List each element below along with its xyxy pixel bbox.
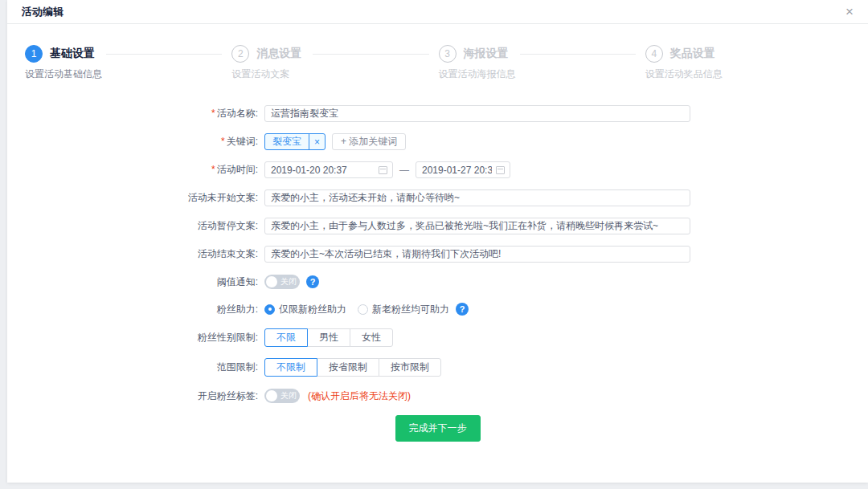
required-mark: * [211,108,215,119]
step-2-subtitle: 设置活动文案 [231,67,438,81]
gender-limit-row: 粉丝性别限制: 不限 男性 女性 [7,328,868,347]
step-basic-settings[interactable]: 1 基础设置 设置活动基础信息 [25,45,231,81]
ended-copy-label: 活动结束文案: [7,247,258,261]
keyword-row: *关键词: 裂变宝 × + 添加关键词 [7,133,868,150]
step-1-badge: 1 [25,45,43,63]
toggle-state-label: 关闭 [280,276,297,287]
paused-copy-label: 活动暂停文案: [7,219,258,233]
step-prize-settings[interactable]: 4 奖品设置 设置活动奖品信息 [645,45,852,81]
required-mark: * [221,136,225,147]
threshold-notify-toggle[interactable]: 关闭 [264,275,300,289]
submit-row: 完成并下一步 [7,415,868,442]
not-started-copy-input[interactable] [264,189,690,206]
fan-assist-row: 粉丝助力: 仅限新粉丝助力 新老粉丝均可助力 ? [7,301,868,317]
paused-copy-row: 活动暂停文案: [7,218,868,234]
steps-wizard: 1 基础设置 设置活动基础信息 2 消息设置 设置活动文案 3 海报设置 设置活… [7,24,868,81]
tag-close-icon[interactable]: × [309,134,325,149]
keyword-tag: 裂变宝 × [264,133,326,150]
date-range-separator: — [399,165,409,176]
paused-copy-input[interactable] [264,218,690,234]
fan-tag-warning-note: (确认开启后将无法关闭) [308,389,411,403]
help-icon[interactable]: ? [306,275,319,288]
finish-next-step-button[interactable]: 完成并下一步 [395,415,481,442]
ended-copy-row: 活动结束文案: [7,246,868,263]
fan-tag-toggle[interactable]: 关闭 [264,389,300,403]
range-limit-label: 范围限制: [7,361,258,374]
radio-all-fans[interactable]: 新老粉丝均可助力 [358,303,449,316]
threshold-notify-label: 阈值通知: [7,275,258,289]
step-connector [520,54,636,55]
gender-limit-group: 不限 男性 女性 [264,328,393,347]
step-1-subtitle: 设置活动基础信息 [25,67,231,81]
step-4-subtitle: 设置活动奖品信息 [645,67,852,81]
not-started-copy-label: 活动未开始文案: [7,191,258,205]
gender-option-female[interactable]: 女性 [350,328,393,347]
range-option-by-province[interactable]: 按省限制 [317,358,379,377]
range-option-by-city[interactable]: 按市限制 [379,358,441,377]
activity-edit-modal: 活动编辑 × 1 基础设置 设置活动基础信息 2 消息设置 设置活动文案 3 海… [7,0,868,483]
gender-option-male[interactable]: 男性 [307,328,350,347]
step-3-subtitle: 设置活动海报信息 [439,67,645,81]
step-2-title: 消息设置 [256,47,301,61]
radio-unselected-icon [358,304,368,315]
fan-assist-label: 粉丝助力: [7,303,258,316]
add-keyword-button[interactable]: + 添加关键词 [332,133,406,150]
fan-tag-label: 开启粉丝标签: [7,389,258,403]
calendar-icon[interactable] [379,166,387,174]
range-limit-row: 范围限制: 不限制 按省限制 按市限制 [7,358,868,377]
calendar-icon[interactable] [496,166,505,174]
step-connector [106,54,222,55]
gender-option-unlimited[interactable]: 不限 [264,328,308,347]
fan-tag-row: 开启粉丝标签: 关闭 (确认开启后将无法关闭) [7,388,868,404]
start-time-input[interactable] [264,161,393,178]
gender-limit-label: 粉丝性别限制: [7,331,258,344]
step-connector [313,54,428,55]
toggle-state-label: 关闭 [280,390,297,401]
step-4-title: 奖品设置 [670,47,715,61]
step-message-settings[interactable]: 2 消息设置 设置活动文案 [231,45,438,81]
step-3-badge: 3 [439,45,457,63]
activity-time-row: *活动时间: — [7,161,868,178]
keyword-label: *关键词: [7,135,258,149]
required-mark: * [211,164,215,175]
toggle-knob [266,390,277,401]
range-option-unlimited[interactable]: 不限制 [264,358,317,377]
step-4-badge: 4 [645,45,663,63]
activity-name-row: *活动名称: [7,105,868,122]
basic-settings-form: *活动名称: *关键词: 裂变宝 × + 添加关键词 *活动时间: [7,105,868,442]
keyword-tag-text: 裂变宝 [265,135,309,149]
threshold-notify-row: 阈值通知: 关闭 ? [7,274,868,290]
step-poster-settings[interactable]: 3 海报设置 设置活动海报信息 [439,45,645,81]
toggle-knob [266,276,277,287]
radio-new-fans-only[interactable]: 仅限新粉丝助力 [264,303,346,316]
step-1-title: 基础设置 [50,47,95,61]
modal-header: 活动编辑 × [7,0,868,24]
close-icon[interactable]: × [845,5,854,18]
activity-name-label: *活动名称: [7,107,258,120]
help-icon[interactable]: ? [456,303,469,316]
radio-selected-icon [264,304,275,315]
step-3-title: 海报设置 [464,47,509,61]
step-2-badge: 2 [231,45,249,63]
ended-copy-input[interactable] [264,246,690,263]
activity-name-input[interactable] [264,105,690,122]
not-started-copy-row: 活动未开始文案: [7,189,868,206]
activity-time-label: *活动时间: [7,163,258,177]
page-title: 活动编辑 [22,5,63,19]
range-limit-group: 不限制 按省限制 按市限制 [264,358,441,377]
